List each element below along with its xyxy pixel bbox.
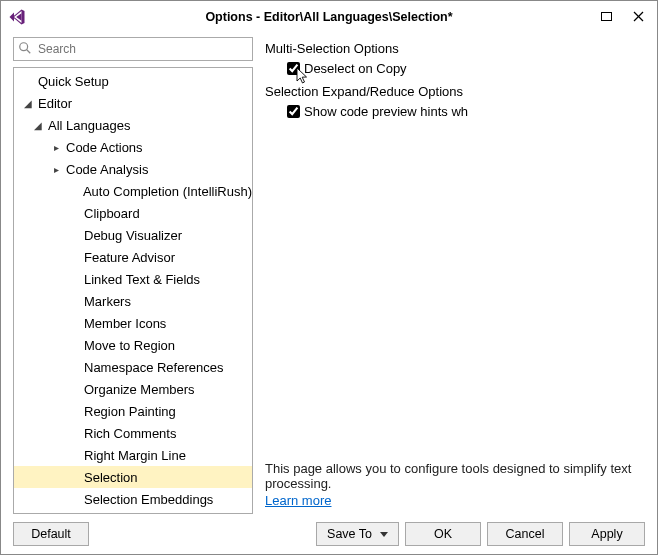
option-deselect-on-copy: Deselect on Copy: [265, 58, 645, 78]
tree-item-label: All Languages: [48, 118, 130, 133]
expander-icon[interactable]: ▸: [50, 164, 62, 175]
tree-item-label: Rich Comments: [84, 426, 176, 441]
tree-item-label: Organize Members: [84, 382, 195, 397]
tree-item[interactable]: Namespace References: [14, 356, 252, 378]
titlebar: Options - Editor\All Languages\Selection…: [1, 1, 657, 33]
tree-item-label: Editor: [38, 96, 72, 111]
tree-item-label: Auto Completion (IntelliRush): [83, 184, 252, 199]
tree-item[interactable]: Markers: [14, 290, 252, 312]
button-row: Default Save To OK Cancel Apply: [13, 514, 645, 546]
tree-item-label: Linked Text & Fields: [84, 272, 200, 287]
tree-scroll[interactable]: Quick Setup◢Editor◢All Languages▸Code Ac…: [14, 68, 252, 513]
tree-item-label: Namespace References: [84, 360, 223, 375]
tree-item-label: Right Margin Line: [84, 448, 186, 463]
search-wrap: [13, 37, 253, 61]
tree-item[interactable]: Feature Advisor: [14, 246, 252, 268]
learn-more-link[interactable]: Learn more: [265, 493, 331, 508]
save-to-button[interactable]: Save To: [316, 522, 399, 546]
tree-item-label: Debug Visualizer: [84, 228, 182, 243]
options-window: Options - Editor\All Languages\Selection…: [0, 0, 658, 555]
tree-item[interactable]: Clipboard: [14, 202, 252, 224]
tree-item[interactable]: Rich Comments: [14, 422, 252, 444]
tree-item[interactable]: Member Icons: [14, 312, 252, 334]
group-expand-reduce-title: Selection Expand/Reduce Options: [265, 84, 645, 99]
tree-item[interactable]: ▸Code Actions: [14, 136, 252, 158]
tree-item-label: Quick Setup: [38, 74, 109, 89]
checkbox-deselect-on-copy[interactable]: [287, 62, 300, 75]
tree-item[interactable]: Right Margin Line: [14, 444, 252, 466]
tree-item-label: Region Painting: [84, 404, 176, 419]
app-icon: [7, 7, 27, 27]
maximize-button[interactable]: [599, 10, 613, 25]
expander-icon[interactable]: ◢: [32, 120, 44, 131]
tree-item[interactable]: Organize Members: [14, 378, 252, 400]
svg-rect-0: [601, 12, 611, 20]
tree-container: Quick Setup◢Editor◢All Languages▸Code Ac…: [13, 67, 253, 514]
cancel-button[interactable]: Cancel: [487, 522, 563, 546]
tree-item[interactable]: Linked Text & Fields: [14, 268, 252, 290]
tree-item-label: Code Actions: [66, 140, 143, 155]
tree-item-label: Markers: [84, 294, 131, 309]
default-button[interactable]: Default: [13, 522, 89, 546]
tree-item[interactable]: Move to Region: [14, 334, 252, 356]
apply-button[interactable]: Apply: [569, 522, 645, 546]
tree-item[interactable]: ▸Code Analysis: [14, 158, 252, 180]
tree-item-label: Clipboard: [84, 206, 140, 221]
tree-item-label: Feature Advisor: [84, 250, 175, 265]
tree-item[interactable]: Debug Visualizer: [14, 224, 252, 246]
expander-icon[interactable]: ▸: [50, 142, 62, 153]
label-show-preview-hints: Show code preview hints wh: [304, 104, 468, 119]
tree-item-label: Member Icons: [84, 316, 166, 331]
tree-item[interactable]: ◢Editor: [14, 92, 252, 114]
label-deselect-on-copy: Deselect on Copy: [304, 61, 407, 76]
tree-item[interactable]: Auto Completion (IntelliRush): [14, 180, 252, 202]
ok-button[interactable]: OK: [405, 522, 481, 546]
help-text: This page allows you to configure tools …: [265, 461, 631, 491]
tree-item[interactable]: ◢All Languages: [14, 114, 252, 136]
tree-item-label: Selection Embeddings: [84, 492, 213, 507]
window-title: Options - Editor\All Languages\Selection…: [1, 10, 657, 24]
option-show-preview-hints: Show code preview hints wh: [265, 101, 645, 121]
tree-item-label: Selection: [84, 470, 137, 485]
tree-item-label: Code Analysis: [66, 162, 148, 177]
tree-item-label: Move to Region: [84, 338, 175, 353]
tree-item[interactable]: Region Painting: [14, 400, 252, 422]
tree-item[interactable]: Selection: [14, 466, 252, 488]
checkbox-show-preview-hints[interactable]: [287, 105, 300, 118]
tree-item[interactable]: Selection Embeddings: [14, 488, 252, 510]
expander-icon[interactable]: ◢: [22, 98, 34, 109]
search-input[interactable]: [13, 37, 253, 61]
help-block: This page allows you to configure tools …: [265, 461, 645, 514]
tree-item[interactable]: Quick Setup: [14, 70, 252, 92]
close-button[interactable]: [631, 10, 645, 25]
group-multi-selection-title: Multi-Selection Options: [265, 41, 645, 56]
